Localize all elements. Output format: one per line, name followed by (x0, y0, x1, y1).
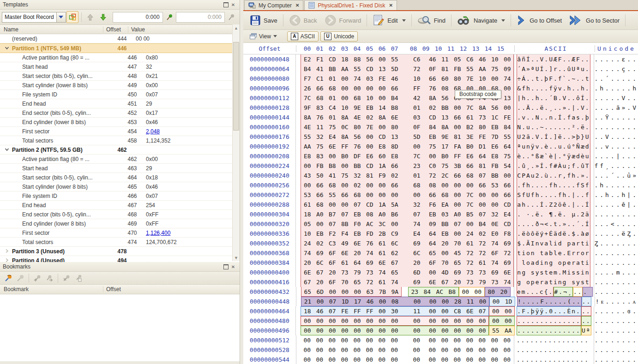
close-panel-icon[interactable]: ✕ (229, 263, 237, 270)
hex-byte[interactable]: 07 (401, 209, 426, 219)
hex-byte[interactable]: 00 (439, 326, 451, 335)
hex-byte[interactable]: 72 (426, 171, 439, 180)
hex-byte[interactable]: F1 (313, 54, 326, 64)
hex-byte[interactable]: 00 (463, 316, 476, 325)
hex-byte[interactable]: C6 (463, 54, 476, 64)
hex-byte[interactable]: 00 (326, 355, 338, 364)
hex-byte[interactable]: 7C (301, 93, 313, 103)
hex-row[interactable]: 00000000048E2F1CD1888560055C6461105C6461… (243, 54, 638, 64)
hex-byte[interactable]: 00 (439, 316, 451, 325)
hex-byte[interactable]: 53 (301, 190, 313, 200)
hex-byte[interactable]: 01 (326, 93, 338, 103)
hex-byte[interactable]: 84 (421, 287, 433, 296)
template-tree-row[interactable]: Active partition flag (80 = ...4460x80 (0, 53, 240, 62)
hex-byte[interactable]: B4 (301, 64, 313, 74)
hex-byte[interactable]: F7 (301, 74, 313, 84)
hex-byte[interactable]: 60 (439, 74, 451, 84)
hex-byte[interactable]: 00 (476, 335, 488, 345)
hex-byte[interactable]: 00 (401, 142, 426, 151)
navigate-button[interactable]: Navigate (453, 13, 509, 28)
hex-byte[interactable]: C6 (401, 54, 426, 64)
hex-byte[interactable]: 0F (426, 64, 439, 74)
hex-row[interactable]: 00000000192AA756EFF7600E88D007517FAB0D1E… (243, 142, 638, 151)
hex-byte[interactable]: FF (338, 142, 351, 151)
hex-byte[interactable]: 66 (451, 171, 463, 180)
ascii-text[interactable]: ....ð¬<.t.»..´.Í (514, 219, 594, 229)
hex-byte[interactable]: 00 (439, 180, 451, 190)
unicode-text[interactable]: ........ (594, 355, 638, 364)
hex-byte[interactable]: EB (363, 103, 376, 113)
ascii-segment-boot[interactable]: ....ð¬<.t.»..´.Í (517, 219, 590, 229)
hex-byte[interactable]: E0 (488, 229, 501, 239)
hex-byte[interactable]: 5D (401, 132, 426, 142)
hex-row[interactable]: 0000000033610EBF2F4EBFD2BC9E464EB002402E… (243, 229, 638, 239)
hex-byte[interactable]: 00 (426, 355, 439, 364)
hex-byte[interactable]: 66 (313, 190, 326, 200)
ascii-segment-res[interactable]: .. (573, 287, 583, 297)
hex-byte[interactable]: EB (488, 122, 501, 132)
hex-byte[interactable]: 00 (401, 355, 426, 364)
hex-byte[interactable]: CD (376, 132, 388, 142)
template-tree-row[interactable]: End cylinder (lower 8 bits)4530x46 (0, 118, 240, 127)
hex-byte[interactable]: 79 (476, 277, 488, 287)
hex-byte[interactable]: 70 (439, 258, 451, 268)
hex-byte[interactable]: 00 (488, 355, 501, 364)
hex-byte[interactable]: 20 (498, 287, 510, 296)
hex-byte[interactable]: E4 (401, 229, 426, 239)
hex-byte[interactable]: 00 (363, 316, 376, 325)
hex-byte[interactable]: 41 (326, 171, 338, 180)
float-panel-icon[interactable] (222, 1, 229, 8)
unicode-text[interactable]: ....|... (594, 151, 638, 161)
hex-byte[interactable]: 00 (363, 84, 376, 93)
hex-byte[interactable]: 8A (426, 93, 439, 103)
hex-byte[interactable]: 69 (501, 239, 513, 248)
hex-byte[interactable]: 00 (301, 161, 313, 171)
hex-byte[interactable]: 84 (501, 122, 513, 132)
chevron-down-icon[interactable] (4, 45, 10, 51)
ascii-segment-boot[interactable]: SfUfh....fh.|..f (517, 190, 590, 200)
edit-bookmark-icon[interactable] (15, 273, 26, 283)
hex-byte[interactable]: 8A (338, 113, 351, 122)
hex-byte[interactable]: 76 (363, 239, 376, 248)
hex-byte[interactable]: 00 (326, 316, 338, 325)
hex-byte[interactable]: 72 (363, 277, 376, 287)
hex-byte[interactable]: 32 (313, 132, 326, 142)
ascii-text[interactable]: âñÍ..V.UÆF..ÆF.. (514, 54, 594, 64)
hex-byte[interactable]: FF (401, 84, 426, 93)
hex-byte[interactable]: 00 (472, 287, 484, 296)
hex-byte[interactable]: 66 (388, 161, 401, 171)
hex-byte[interactable]: 00 (313, 345, 326, 355)
hex-byte[interactable]: 00 (376, 355, 388, 364)
hex-byte[interactable]: F8 (501, 229, 513, 239)
hex-row[interactable]: 000000003200500078BF0AC3C007409BB0700B40… (243, 219, 638, 229)
hex-byte[interactable]: 68 (326, 180, 338, 190)
hex-byte[interactable]: FF (351, 307, 363, 316)
hex-byte[interactable]: 07 (476, 307, 488, 316)
unicode-text[interactable]: .....ԑ.. (594, 54, 638, 64)
hex-byte[interactable]: 81 (363, 171, 376, 180)
hex-byte[interactable]: 00 (501, 345, 513, 355)
hex-byte[interactable]: 13 (388, 132, 401, 142)
hex-byte[interactable]: 00 (463, 345, 476, 355)
template-tree-row[interactable]: Partition 3 (Unused)478 (0, 247, 240, 256)
hex-byte[interactable]: A0 (451, 209, 463, 219)
chevron-right-icon[interactable] (4, 257, 10, 262)
pin-secondary-button[interactable] (225, 11, 237, 23)
hex-byte[interactable]: 7C (463, 190, 476, 200)
hex-byte[interactable]: 00 (326, 287, 339, 296)
unicode-text[interactable]: ..´..... (594, 74, 638, 84)
hex-byte[interactable]: B4 (476, 219, 488, 229)
hex-byte[interactable]: 24 (301, 239, 313, 248)
hex-byte[interactable]: 74 (501, 74, 513, 84)
hex-byte[interactable]: E8 (301, 151, 313, 161)
hex-byte[interactable]: 00 (326, 345, 338, 355)
unicode-text[interactable]: .....ҫ.. (594, 64, 638, 74)
hex-byte[interactable]: 8A (338, 132, 351, 142)
hex-byte[interactable]: 75 (326, 122, 338, 132)
ascii-text[interactable]: CPAu2.ù..r,fh.». (514, 171, 594, 180)
save-button[interactable]: Save (246, 13, 281, 28)
hex-byte[interactable]: 00 (451, 103, 463, 113)
hex-byte[interactable]: 3E (463, 132, 476, 142)
ascii-text[interactable]: .û¸.»Í.f#Àu;f.ûT (514, 161, 594, 171)
hex-byte[interactable]: EB (351, 209, 363, 219)
